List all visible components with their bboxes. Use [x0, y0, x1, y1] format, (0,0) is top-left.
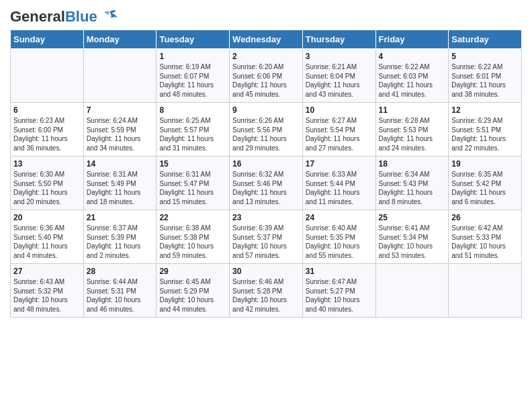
day-info: Sunrise: 6:25 AM Sunset: 5:57 PM Dayligh… [159, 116, 226, 152]
calendar-cell: 28Sunrise: 6:44 AM Sunset: 5:31 PM Dayli… [83, 264, 157, 318]
day-info: Sunrise: 6:20 AM Sunset: 6:06 PM Dayligh… [232, 62, 300, 99]
calendar-cell: 17Sunrise: 6:33 AM Sunset: 5:44 PM Dayli… [302, 156, 375, 210]
calendar-table: SundayMondayTuesdayWednesdayThursdayFrid… [10, 30, 522, 318]
day-number: 12 [451, 105, 519, 115]
calendar-week-row: 13Sunrise: 6:30 AM Sunset: 5:50 PM Dayli… [11, 156, 522, 210]
calendar-cell: 24Sunrise: 6:40 AM Sunset: 5:35 PM Dayli… [302, 210, 375, 264]
calendar-cell: 29Sunrise: 6:45 AM Sunset: 5:29 PM Dayli… [157, 264, 230, 318]
day-info: Sunrise: 6:42 AM Sunset: 5:33 PM Dayligh… [451, 224, 519, 260]
calendar-week-row: 27Sunrise: 6:43 AM Sunset: 5:32 PM Dayli… [11, 264, 522, 318]
day-number: 25 [379, 213, 446, 222]
day-info: Sunrise: 6:19 AM Sunset: 6:07 PM Dayligh… [159, 62, 226, 99]
calendar-cell: 2Sunrise: 6:20 AM Sunset: 6:06 PM Daylig… [230, 49, 303, 103]
page-header: GeneralBlue [10, 7, 522, 24]
day-info: Sunrise: 6:27 AM Sunset: 5:54 PM Dayligh… [306, 116, 373, 152]
day-number: 10 [306, 105, 373, 115]
calendar-week-row: 1Sunrise: 6:19 AM Sunset: 6:07 PM Daylig… [11, 49, 522, 103]
calendar-week-row: 6Sunrise: 6:23 AM Sunset: 6:00 PM Daylig… [11, 103, 522, 156]
day-info: Sunrise: 6:31 AM Sunset: 5:49 PM Dayligh… [87, 170, 154, 206]
day-info: Sunrise: 6:40 AM Sunset: 5:35 PM Dayligh… [306, 224, 373, 260]
calendar-cell: 16Sunrise: 6:32 AM Sunset: 5:46 PM Dayli… [230, 156, 303, 210]
calendar-cell: 14Sunrise: 6:31 AM Sunset: 5:49 PM Dayli… [83, 156, 157, 210]
day-number: 24 [306, 213, 373, 222]
day-number: 26 [451, 213, 519, 222]
calendar-cell: 13Sunrise: 6:30 AM Sunset: 5:50 PM Dayli… [11, 156, 84, 210]
calendar-cell: 18Sunrise: 6:34 AM Sunset: 5:43 PM Dayli… [375, 156, 449, 210]
day-info: Sunrise: 6:28 AM Sunset: 5:53 PM Dayligh… [379, 116, 446, 152]
day-info: Sunrise: 6:43 AM Sunset: 5:32 PM Dayligh… [13, 277, 81, 314]
calendar-cell: 1Sunrise: 6:19 AM Sunset: 6:07 PM Daylig… [157, 49, 230, 103]
day-info: Sunrise: 6:33 AM Sunset: 5:44 PM Dayligh… [306, 170, 373, 206]
day-number: 31 [306, 267, 373, 276]
day-of-week-header: Thursday [302, 30, 375, 49]
day-info: Sunrise: 6:26 AM Sunset: 5:56 PM Dayligh… [232, 116, 300, 152]
calendar-cell [11, 49, 84, 103]
calendar-cell [449, 264, 522, 318]
day-info: Sunrise: 6:21 AM Sunset: 6:04 PM Dayligh… [306, 62, 373, 99]
day-info: Sunrise: 6:38 AM Sunset: 5:38 PM Dayligh… [159, 224, 226, 260]
day-number: 5 [451, 52, 519, 61]
day-number: 1 [159, 52, 226, 61]
day-of-week-header: Sunday [11, 30, 84, 49]
day-info: Sunrise: 6:45 AM Sunset: 5:29 PM Dayligh… [159, 277, 226, 314]
calendar-cell [375, 264, 449, 318]
calendar-cell: 6Sunrise: 6:23 AM Sunset: 6:00 PM Daylig… [11, 103, 84, 156]
day-number: 19 [451, 159, 519, 169]
day-number: 9 [232, 105, 300, 115]
calendar-cell: 21Sunrise: 6:37 AM Sunset: 5:39 PM Dayli… [83, 210, 157, 264]
day-number: 17 [306, 159, 373, 169]
day-info: Sunrise: 6:23 AM Sunset: 6:00 PM Dayligh… [13, 116, 81, 152]
day-of-week-header: Tuesday [157, 30, 230, 49]
calendar-cell: 25Sunrise: 6:41 AM Sunset: 5:34 PM Dayli… [375, 210, 449, 264]
day-number: 20 [13, 213, 81, 222]
day-info: Sunrise: 6:37 AM Sunset: 5:39 PM Dayligh… [87, 224, 154, 260]
day-info: Sunrise: 6:39 AM Sunset: 5:37 PM Dayligh… [232, 224, 300, 260]
calendar-cell: 11Sunrise: 6:28 AM Sunset: 5:53 PM Dayli… [375, 103, 449, 156]
day-info: Sunrise: 6:22 AM Sunset: 6:01 PM Dayligh… [451, 62, 519, 99]
day-info: Sunrise: 6:35 AM Sunset: 5:42 PM Dayligh… [451, 170, 519, 206]
day-number: 18 [379, 159, 446, 169]
day-info: Sunrise: 6:46 AM Sunset: 5:28 PM Dayligh… [232, 277, 300, 314]
calendar-cell: 26Sunrise: 6:42 AM Sunset: 5:33 PM Dayli… [449, 210, 522, 264]
calendar-body: 1Sunrise: 6:19 AM Sunset: 6:07 PM Daylig… [11, 49, 522, 318]
day-number: 6 [13, 105, 81, 115]
calendar-cell: 19Sunrise: 6:35 AM Sunset: 5:42 PM Dayli… [449, 156, 522, 210]
calendar-cell: 8Sunrise: 6:25 AM Sunset: 5:57 PM Daylig… [157, 103, 230, 156]
calendar-cell: 15Sunrise: 6:31 AM Sunset: 5:47 PM Dayli… [157, 156, 230, 210]
logo-text: GeneralBlue [10, 9, 97, 24]
day-number: 8 [159, 105, 226, 115]
calendar-cell: 20Sunrise: 6:36 AM Sunset: 5:40 PM Dayli… [11, 210, 84, 264]
day-number: 4 [379, 52, 446, 61]
day-of-week-header: Wednesday [230, 30, 303, 49]
day-of-week-header: Monday [83, 30, 157, 49]
day-info: Sunrise: 6:36 AM Sunset: 5:40 PM Dayligh… [13, 224, 81, 260]
calendar-cell: 10Sunrise: 6:27 AM Sunset: 5:54 PM Dayli… [302, 103, 375, 156]
day-info: Sunrise: 6:24 AM Sunset: 5:59 PM Dayligh… [87, 116, 154, 152]
calendar-cell: 30Sunrise: 6:46 AM Sunset: 5:28 PM Dayli… [230, 264, 303, 318]
day-number: 3 [306, 52, 373, 61]
day-number: 7 [87, 105, 154, 115]
calendar-cell: 7Sunrise: 6:24 AM Sunset: 5:59 PM Daylig… [83, 103, 157, 156]
calendar-week-row: 20Sunrise: 6:36 AM Sunset: 5:40 PM Dayli… [11, 210, 522, 264]
day-of-week-header: Friday [375, 30, 449, 49]
day-number: 14 [87, 159, 154, 169]
day-number: 2 [232, 52, 300, 61]
day-info: Sunrise: 6:34 AM Sunset: 5:43 PM Dayligh… [379, 170, 446, 206]
day-number: 11 [379, 105, 446, 115]
logo: GeneralBlue [10, 9, 119, 24]
day-number: 13 [13, 159, 81, 169]
day-number: 15 [159, 159, 226, 169]
day-number: 27 [13, 267, 81, 276]
calendar-cell: 4Sunrise: 6:22 AM Sunset: 6:03 PM Daylig… [375, 49, 449, 103]
calendar-cell: 27Sunrise: 6:43 AM Sunset: 5:32 PM Dayli… [11, 264, 84, 318]
calendar-cell: 23Sunrise: 6:39 AM Sunset: 5:37 PM Dayli… [230, 210, 303, 264]
calendar-cell: 5Sunrise: 6:22 AM Sunset: 6:01 PM Daylig… [449, 49, 522, 103]
day-number: 16 [232, 159, 300, 169]
day-info: Sunrise: 6:29 AM Sunset: 5:51 PM Dayligh… [451, 116, 519, 152]
logo-bird-icon [100, 9, 119, 24]
day-number: 22 [159, 213, 226, 222]
day-info: Sunrise: 6:47 AM Sunset: 5:27 PM Dayligh… [306, 277, 373, 314]
day-number: 21 [87, 213, 154, 222]
calendar-cell: 31Sunrise: 6:47 AM Sunset: 5:27 PM Dayli… [302, 264, 375, 318]
calendar-header-row: SundayMondayTuesdayWednesdayThursdayFrid… [11, 30, 522, 49]
